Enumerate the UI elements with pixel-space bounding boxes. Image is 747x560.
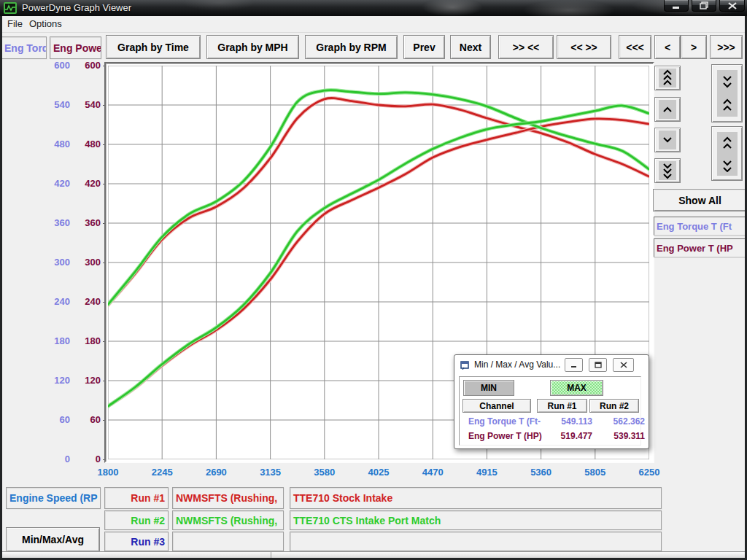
min-label: MIN — [481, 383, 497, 393]
dialog-content-panel: MIN MAX Channel Run #1 Run #2 Eng Torque… — [459, 376, 641, 446]
nav-button[interactable]: < — [654, 35, 681, 59]
dialog-restore-button[interactable] — [589, 358, 607, 372]
channel-name: Eng Torque T (Ft- — [468, 416, 541, 427]
x-axis-rpm-label: 5360 — [518, 467, 565, 478]
y-scale-down-button[interactable] — [654, 128, 681, 152]
x-axis-rpm-label: 6250 — [626, 467, 673, 478]
y-axis-power-label: 300 — [60, 257, 101, 268]
power-channel-label: Eng Powe — [53, 42, 101, 54]
y-axis-power-label: 180 — [60, 335, 101, 346]
torque-axis-label: Eng Torque T (Ft — [657, 221, 732, 232]
y-axis-power-label: 420 — [60, 178, 101, 189]
nav-button[interactable]: << >> — [557, 35, 611, 59]
run2-description-box[interactable]: TTE710 CTS Intake Port Match — [290, 510, 662, 530]
y-axis-power-label: 540 — [60, 99, 101, 110]
minmax-dialog: Min / Max / Avg Valu... MIN MAX Channel … — [454, 354, 649, 449]
show-all-button[interactable]: Show All — [653, 189, 747, 211]
show-all-label: Show All — [678, 195, 721, 206]
run2-label-box[interactable]: Run #2 — [104, 510, 169, 530]
x-channel-label: Engine Speed (RP — [9, 492, 98, 504]
column-header-run1[interactable]: Run #1 — [537, 399, 587, 413]
bottom-strip — [2, 551, 745, 558]
next-button[interactable]: Next — [450, 35, 491, 59]
run1-max-value: 519.477 — [541, 431, 592, 441]
power-channel-button[interactable]: Eng Powe — [50, 36, 101, 59]
column-header-run2[interactable]: Run #2 — [589, 399, 639, 413]
run1-label-box[interactable]: Run #1 — [104, 487, 169, 509]
title-bar[interactable]: PowerDyne Graph Viewer — [0, 0, 747, 16]
menu-options[interactable]: Options — [25, 16, 66, 32]
window-border-left — [0, 16, 2, 560]
y-axis-power-label: 360 — [60, 217, 101, 228]
minmax-avg-button[interactable]: Min/Max/Avg — [6, 527, 100, 552]
y-axis-power-label: 240 — [60, 296, 101, 307]
min-button[interactable]: MIN — [463, 380, 514, 396]
graph-by-rpm-button[interactable]: Graph by RPM — [305, 35, 398, 59]
prev-button[interactable]: Prev — [403, 35, 445, 59]
powerdyne-window: PowerDyne Graph Viewer File Options Eng … — [0, 0, 747, 560]
y-scale-down-fast-button[interactable] — [654, 158, 681, 183]
dialog-minimize-button[interactable] — [565, 358, 583, 372]
chevron-up-icon — [662, 106, 673, 113]
nav-button[interactable]: > — [681, 35, 707, 59]
y-axis-power-label: 480 — [60, 139, 101, 149]
minimize-icon — [672, 2, 681, 9]
y-axis-power-label: 120 — [60, 375, 101, 386]
chevrons-outward-icon — [721, 136, 733, 172]
dialog-close-button[interactable] — [613, 358, 634, 372]
max-label: MAX — [567, 383, 587, 393]
x-axis-rpm-label: 3580 — [301, 467, 348, 478]
minmax-avg-label: Min/Max/Avg — [22, 534, 84, 545]
minimize-button[interactable] — [664, 0, 689, 12]
x-axis-rpm-label: 1800 — [85, 467, 131, 478]
nav-button[interactable]: >> << — [498, 35, 554, 59]
x-axis-rpm-label: 2245 — [139, 467, 185, 478]
run1-description-box[interactable]: TTE710 Stock Intake — [290, 487, 662, 509]
run3-label-box[interactable]: Run #3 — [104, 532, 169, 551]
max-button[interactable]: MAX — [550, 380, 603, 396]
power-axis-label-box[interactable]: Eng Power T (HP — [654, 238, 747, 257]
channel-name: Eng Power T (HP) — [468, 431, 542, 441]
y-scale-up-button[interactable] — [654, 97, 681, 122]
chevrons-inward-icon — [721, 74, 733, 112]
graph-by-time-button[interactable]: Graph by Time — [106, 35, 201, 59]
y-axis-power-label: 60 — [60, 414, 101, 425]
dialog-title: Min / Max / Avg Valu... — [474, 359, 560, 370]
restore-icon — [700, 1, 708, 9]
graph-by-mph-button[interactable]: Graph by MPH — [206, 35, 299, 59]
app-icon — [4, 2, 17, 14]
run1-max-value: 549.113 — [541, 416, 592, 427]
y-axis-power-label: 600 — [60, 60, 101, 71]
nav-button[interactable]: >>> — [710, 35, 743, 59]
oscilloscope-wave-icon — [5, 4, 15, 12]
torque-axis-label-box[interactable]: Eng Torque T (Ft — [654, 217, 747, 236]
minmax-row-eng-torque-t-ft: Eng Torque T (Ft- 549.113 562.362 — [465, 415, 645, 428]
run3-description-box[interactable] — [290, 532, 662, 551]
run1-file-box[interactable]: NWMSFTS (Rushing, — [172, 487, 284, 509]
run2-max-value: 539.311 — [594, 431, 645, 441]
nav-button[interactable]: <<< — [619, 35, 651, 59]
x-axis-rpm-label: 2690 — [193, 467, 239, 478]
menu-file[interactable]: File — [3, 16, 27, 32]
x-channel-box[interactable]: Engine Speed (RP — [6, 487, 101, 509]
restore-button[interactable] — [692, 0, 716, 12]
x-axis-rpm-label: 5805 — [572, 467, 619, 478]
dialog-icon — [460, 360, 470, 370]
minimize-icon — [570, 362, 577, 368]
y-scale-up-fast-button[interactable] — [654, 66, 681, 90]
window-title: PowerDyne Graph Viewer — [22, 0, 131, 16]
run2-file-box[interactable]: NWMSFTS (Rushing, — [172, 510, 284, 530]
triple-chevron-up-icon — [662, 69, 673, 87]
x-axis-rpm-label: 4025 — [355, 467, 402, 478]
close-button[interactable] — [719, 0, 745, 12]
chevron-down-icon — [662, 136, 673, 144]
y-zoom-in-button[interactable] — [711, 64, 743, 122]
x-axis-rpm-label: 4915 — [463, 467, 510, 478]
y-zoom-out-button[interactable] — [711, 126, 743, 181]
torque-channel-button[interactable]: Eng Torq — [1, 36, 47, 59]
run3-file-box[interactable] — [172, 532, 284, 551]
run2-max-value: 562.362 — [594, 416, 645, 427]
close-icon — [728, 2, 737, 9]
menu-bar: File Options — [0, 16, 747, 33]
column-header-channel[interactable]: Channel — [462, 399, 531, 413]
